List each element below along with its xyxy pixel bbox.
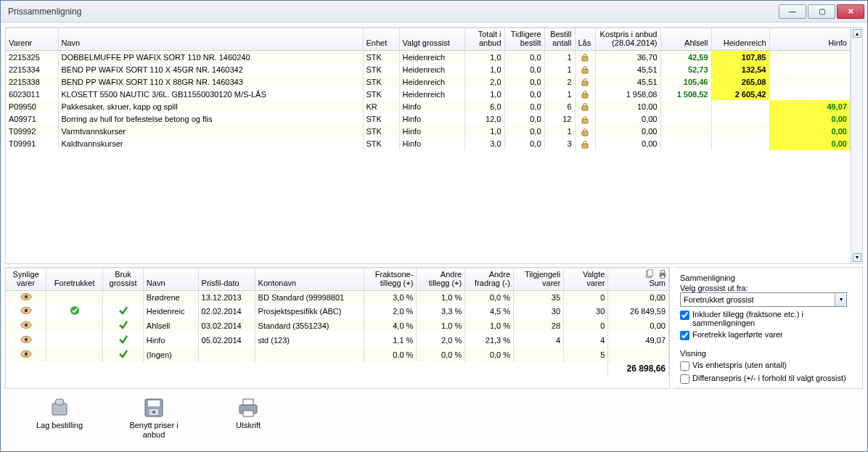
table-row[interactable]: T09992VarmtvannskurserSTKHinfo1,00,010,0… bbox=[6, 126, 851, 138]
lock-icon[interactable] bbox=[581, 140, 589, 149]
utskrift-button[interactable]: Utskrift bbox=[216, 396, 281, 430]
grossist-row[interactable]: Ahlsell03.02.2014Standard (3551234)4,0 %… bbox=[6, 319, 669, 333]
th-tilgj[interactable]: Tilgjengeli varer bbox=[514, 268, 564, 290]
benytt-priser-label: Benytt priser i anbud bbox=[121, 421, 187, 440]
th-totalt[interactable]: Totalt i anbud bbox=[464, 28, 504, 51]
eye-icon[interactable] bbox=[20, 350, 32, 358]
svg-rect-31 bbox=[243, 399, 253, 405]
differansepris-input[interactable] bbox=[680, 374, 689, 384]
velg-grossist-label: Velg grossist ut fra: bbox=[680, 284, 858, 292]
check-icon[interactable] bbox=[118, 334, 128, 345]
lock-icon[interactable] bbox=[581, 90, 589, 99]
grossist-panel: Synlige varer Foretrukket Bruk grossist … bbox=[5, 267, 670, 389]
preferred-icon[interactable] bbox=[70, 305, 80, 316]
table-row[interactable]: A09971Borring av hull for befestelse bet… bbox=[6, 112, 851, 125]
close-button[interactable]: ✕ bbox=[837, 4, 864, 19]
titlebar: Prissammenligning — ▢ ✕ bbox=[1, 1, 867, 22]
printer-icon bbox=[237, 396, 260, 419]
th-andret[interactable]: Andre tillegg (+) bbox=[417, 268, 465, 290]
scroll-up-icon[interactable]: ▴ bbox=[853, 29, 861, 38]
include-tillegg-input[interactable] bbox=[680, 311, 689, 320]
lag-bestilling-button[interactable]: Lag bestilling bbox=[27, 396, 92, 430]
grossist-row[interactable]: Brødrene13.12.2013BD Standard (999988013… bbox=[6, 290, 669, 304]
eye-icon[interactable] bbox=[20, 321, 32, 329]
th-frakt[interactable]: Fraktsone-tillegg (+) bbox=[364, 268, 416, 290]
lock-icon[interactable] bbox=[581, 53, 589, 62]
benytt-priser-button[interactable]: Benytt priser i anbud bbox=[121, 396, 187, 440]
lock-icon[interactable] bbox=[581, 78, 589, 86]
vis-enhetspris-checkbox[interactable]: Vis enhetspris (uten antall) bbox=[680, 361, 858, 371]
table-row[interactable]: 2215334BEND PP WAFIX SORT 110 X 45GR NR.… bbox=[6, 63, 851, 75]
check-icon[interactable] bbox=[118, 305, 128, 316]
table-row[interactable]: 6023011KLOSETT 5500 NAUTIC 3/6L. GB11550… bbox=[6, 88, 851, 100]
minimize-button[interactable]: — bbox=[779, 4, 806, 19]
svg-rect-12 bbox=[660, 275, 664, 278]
eye-icon[interactable] bbox=[20, 335, 32, 344]
th-valgtgrossist[interactable]: Valgt grossist bbox=[399, 28, 464, 51]
utskrift-label: Utskrift bbox=[236, 421, 261, 430]
th-enhet[interactable]: Enhet bbox=[363, 28, 399, 51]
scroll-down-icon[interactable]: ▾ bbox=[853, 253, 861, 262]
th-synlige[interactable]: Synlige varer bbox=[6, 268, 46, 290]
svg-point-19 bbox=[24, 323, 27, 326]
differansepris-checkbox[interactable]: Differansepris (+/- i forhold til valgt … bbox=[680, 374, 858, 384]
svg-rect-5 bbox=[582, 119, 588, 123]
svg-rect-1 bbox=[582, 69, 588, 73]
foretrekk-lager-checkbox[interactable]: Foretrekk lagerførte varer bbox=[680, 330, 858, 340]
table-row[interactable]: P09950Pakkesaker, skruer, kapp og spillK… bbox=[6, 100, 851, 112]
lag-bestilling-label: Lag bestilling bbox=[36, 421, 83, 430]
print-icon[interactable] bbox=[658, 269, 668, 279]
table-row[interactable]: 2215325DOBBELMUFFE PP WAFIX SORT 110 NR.… bbox=[6, 51, 851, 64]
svg-rect-25 bbox=[55, 399, 64, 405]
th-andref[interactable]: Andre fradrag (-) bbox=[465, 268, 514, 290]
th-hinfo[interactable]: Hinfo bbox=[769, 28, 851, 51]
scrollbar[interactable]: ▴ ▾ bbox=[851, 28, 862, 263]
th-kostpris[interactable]: Kostpris i anbud (28.04.2014) bbox=[595, 28, 660, 51]
svg-rect-2 bbox=[582, 81, 588, 86]
visning-header: Visning bbox=[680, 349, 858, 358]
check-icon[interactable] bbox=[118, 349, 128, 359]
eye-icon[interactable] bbox=[20, 306, 32, 315]
lock-icon[interactable] bbox=[581, 102, 589, 111]
grossist-row[interactable]: (Ingen)0,0 %0,0 %0,0 %5 bbox=[6, 348, 669, 362]
table-row[interactable]: 2215338BEND PP WAFIX SORT 110 X 88GR NR.… bbox=[6, 75, 851, 88]
vis-enhetspris-input[interactable] bbox=[680, 361, 689, 371]
foretrekk-lager-input[interactable] bbox=[680, 331, 689, 340]
vis-enhetspris-label: Vis enhetspris (uten antall) bbox=[692, 361, 787, 369]
th-navn[interactable]: Navn bbox=[58, 28, 363, 51]
grossist-dropdown[interactable]: Foretrukket grossist ▾ bbox=[680, 292, 847, 307]
th-navn2[interactable]: Navn bbox=[143, 268, 198, 290]
items-table[interactable]: Varenr Navn Enhet Valgt grossist Totalt … bbox=[6, 28, 851, 150]
table-row[interactable]: T09991KaldtvannskurserSTKHinfo3,00,030,0… bbox=[6, 138, 851, 150]
svg-rect-11 bbox=[660, 270, 664, 273]
lock-icon[interactable] bbox=[581, 115, 589, 124]
th-ahlsell[interactable]: Ahlsell bbox=[660, 28, 711, 51]
th-bestill[interactable]: Bestill antall bbox=[544, 28, 575, 51]
th-heidenreich[interactable]: Heidenreich bbox=[711, 28, 769, 51]
grossist-table[interactable]: Synlige varer Foretrukket Bruk grossist … bbox=[6, 268, 669, 375]
chevron-down-icon[interactable]: ▾ bbox=[835, 293, 846, 306]
dropdown-value: Foretrukket grossist bbox=[681, 295, 835, 304]
svg-rect-32 bbox=[243, 411, 253, 416]
grossist-row[interactable]: Hinfo05.02.2014std (123)1,1 %2,0 %21,3 %… bbox=[6, 333, 669, 348]
th-las[interactable]: Lås bbox=[575, 28, 595, 51]
include-tillegg-checkbox[interactable]: Inkluder tillegg (fraktsone etc.) i samm… bbox=[680, 310, 858, 327]
toolbar: Lag bestilling Benytt priser i anbud Uts… bbox=[5, 392, 863, 447]
check-icon[interactable] bbox=[118, 320, 128, 330]
items-panel: Varenr Navn Enhet Valgt grossist Totalt … bbox=[5, 27, 863, 264]
th-foretrukket[interactable]: Foretrukket bbox=[46, 268, 103, 290]
th-konto[interactable]: Kontonavn bbox=[255, 268, 364, 290]
lock-icon[interactable] bbox=[581, 128, 589, 136]
th-bruk[interactable]: Bruk grossist bbox=[103, 268, 144, 290]
app-window: Prissammenligning — ▢ ✕ Varenr bbox=[0, 0, 868, 452]
th-varenr[interactable]: Varenr bbox=[6, 28, 58, 51]
grossist-row[interactable]: Heidenreic02.02.2014Prosjektspesifikk (A… bbox=[6, 304, 669, 319]
eye-icon[interactable] bbox=[20, 292, 32, 301]
lock-icon[interactable] bbox=[581, 65, 589, 74]
copy-icon[interactable] bbox=[644, 269, 655, 279]
th-tidligere[interactable]: Tidligere bestilt bbox=[504, 28, 544, 51]
th-prisdato[interactable]: Prisfil-dato bbox=[198, 268, 255, 290]
svg-rect-27 bbox=[148, 400, 160, 406]
th-valgte[interactable]: Valgte varer bbox=[564, 268, 608, 290]
maximize-button[interactable]: ▢ bbox=[808, 4, 835, 19]
